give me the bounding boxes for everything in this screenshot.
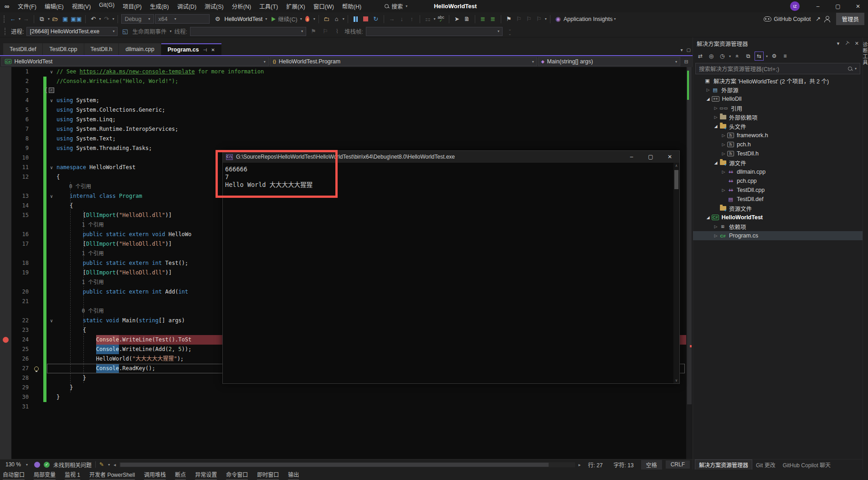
console-minimize-button[interactable]: – — [622, 151, 641, 163]
breakpoint-gutter[interactable] — [0, 124, 11, 134]
find-in-files-icon[interactable]: 🗀 — [322, 14, 331, 24]
suspend-icon[interactable]: ⌇ — [333, 26, 342, 36]
continue-button[interactable]: 继续(C) ▾ — [272, 15, 302, 23]
navigate-forward-icon[interactable]: → — [21, 14, 31, 24]
breakpoint-gutter[interactable] — [0, 67, 11, 77]
properties-wrench-icon[interactable]: ⚙ — [770, 52, 779, 61]
menu-item[interactable]: 分析(N) — [228, 2, 255, 10]
scroll-down-icon[interactable]: ∨ — [673, 378, 679, 382]
breakpoint-gutter[interactable] — [0, 134, 11, 144]
spell-check-icon[interactable]: abc✓ — [437, 14, 446, 24]
scroll-right-icon[interactable]: ▸ — [579, 462, 581, 467]
console-title-bar[interactable]: C:\ G:\SourceRepos\HelloWorldTest\HelloW… — [223, 151, 679, 163]
toolbar-grip[interactable] — [5, 28, 6, 35]
save-all-icon[interactable]: ▣▣ — [71, 14, 82, 24]
breakpoint-gutter[interactable] — [0, 172, 11, 182]
panel-tab-自动窗口[interactable]: 自动窗口 — [3, 470, 25, 480]
switch-views-icon[interactable]: ⇄ — [696, 52, 705, 61]
tree-item[interactable]: ▤TestDll.def — [693, 195, 863, 204]
horizontal-scrollbar[interactable] — [119, 462, 575, 467]
indent-decrease-icon[interactable]: ≣ — [478, 14, 488, 24]
minimize-button[interactable]: – — [808, 0, 828, 12]
breakpoint-gutter[interactable] — [0, 392, 11, 402]
window-menu-icon[interactable]: ▾ — [837, 41, 840, 46]
breakpoint-gutter[interactable] — [0, 325, 11, 335]
breakpoint-gutter[interactable] — [0, 163, 11, 172]
flag-icon[interactable]: ⚑ — [309, 26, 318, 36]
tab-dllmain.cpp[interactable]: dllmain.cpp — [119, 43, 160, 55]
type-dropdown[interactable]: {} HelloWorldTest.Program ▾ — [270, 57, 537, 66]
expander-icon[interactable]: ▷ — [720, 133, 727, 138]
console-maximize-button[interactable]: ▢ — [641, 151, 660, 163]
zoom-dropdown[interactable]: 130 %▾ — [3, 461, 31, 468]
tree-item[interactable]: ▷▭▭引用 — [693, 103, 863, 113]
float-window-icon[interactable]: ▢ — [687, 47, 691, 52]
panel-tab-命令窗口[interactable]: 命令窗口 — [226, 470, 248, 480]
search-control[interactable]: 搜索 ▾ — [385, 2, 407, 10]
fold-arrow-icon[interactable]: ∨ — [46, 316, 56, 325]
menu-item[interactable]: 测试(S) — [200, 2, 228, 10]
breakpoint-gutter[interactable] — [0, 230, 11, 239]
application-insights-label[interactable]: Application Insights — [564, 16, 613, 22]
collapse-all-icon[interactable]: « — [733, 52, 742, 61]
tree-item[interactable]: ++pch.cpp — [693, 176, 863, 186]
expander-icon[interactable]: ▷ — [712, 224, 719, 229]
expander-icon[interactable]: ▷ — [712, 106, 719, 110]
expander-icon[interactable]: ▷ — [720, 188, 727, 192]
breakpoint-gutter[interactable] — [0, 191, 11, 201]
panel-tab-即时窗口[interactable]: 即时窗口 — [257, 470, 279, 480]
menu-item[interactable]: 文件(F) — [14, 2, 41, 10]
tab-TestDll.cpp[interactable]: TestDll.cpp — [43, 43, 83, 55]
expander-icon[interactable]: ◢ — [704, 215, 712, 220]
panel-tab-局部变量[interactable]: 局部变量 — [34, 470, 56, 480]
menu-item[interactable]: 编辑(E) — [41, 2, 68, 10]
sync-with-active-document-icon[interactable]: ⇆ — [755, 52, 764, 61]
fold-arrow-icon[interactable]: ∨ — [46, 96, 56, 105]
share-icon[interactable]: ↗ — [813, 14, 822, 24]
split-window-icon[interactable]: ⊟ — [681, 59, 691, 65]
tree-item[interactable]: ▷⊞依赖项 — [693, 222, 863, 231]
tab-TestDll.h[interactable]: TestDll.h — [84, 43, 119, 55]
pin-icon[interactable]: ⊣ — [203, 47, 207, 52]
toggle-bookmark-icon[interactable]: ⚑ — [504, 14, 514, 24]
menu-item[interactable]: 视图(V) — [68, 2, 95, 10]
panel-tab-监视 1[interactable]: 监视 1 — [65, 470, 80, 480]
codelens-references[interactable]: 1 个引用 — [56, 249, 104, 258]
breakpoint-icon[interactable] — [3, 337, 9, 343]
breakpoint-gutter[interactable] — [0, 287, 11, 297]
breakpoint-gutter[interactable] — [0, 335, 11, 345]
breakpoint-gutter[interactable] — [0, 153, 11, 163]
redo-icon[interactable]: ↷ — [102, 14, 111, 24]
close-button[interactable]: ✕ — [848, 0, 868, 12]
next-bookmark-icon[interactable]: ⚐ — [524, 14, 534, 24]
solution-configurations-dropdown[interactable]: Debug▾ — [121, 14, 154, 24]
breakpoint-gutter[interactable] — [0, 364, 11, 373]
pin-icon[interactable]: ⊤ — [843, 40, 851, 47]
editor-scrollbar[interactable] — [686, 67, 693, 459]
expander-icon[interactable]: ▷ — [720, 170, 727, 174]
breakpoint-gutter[interactable] — [0, 115, 11, 124]
breakpoint-gutter[interactable] — [0, 220, 11, 230]
code-cleanup-icon[interactable]: ✎ — [99, 461, 104, 468]
breakpoint-gutter[interactable] — [0, 258, 11, 268]
fold-arrow-icon[interactable]: ∨ — [46, 163, 56, 172]
menu-item[interactable]: 生成(B) — [146, 2, 173, 10]
feedback-person-icon[interactable] — [822, 14, 832, 24]
lifecycle-events-label[interactable]: 生命周期事件 — [132, 27, 166, 36]
sidebar-tab-Git 更改[interactable]: Git 更改 — [752, 460, 779, 470]
tab-Program.cs[interactable]: Program.cs⊣✕ — [161, 43, 221, 55]
undo-icon[interactable]: ↶ — [89, 14, 98, 24]
expander-icon[interactable]: ▷ — [712, 233, 719, 238]
expander-icon[interactable]: ▷ — [720, 142, 727, 147]
breakpoint-gutter[interactable] — [0, 182, 11, 191]
tree-item[interactable]: ◢头文件 — [693, 122, 863, 131]
codelens-references[interactable]: 1 个引用 — [56, 220, 104, 230]
console-scrollbar[interactable]: ∧ ∨ — [673, 163, 679, 383]
tree-item[interactable]: ▷++dllmain.cpp — [693, 167, 863, 176]
diagnostic-tools-vertical-tab[interactable]: 诊断工具 — [863, 42, 868, 66]
expander-icon[interactable]: ▷ — [704, 88, 712, 92]
menu-item[interactable]: 帮助(H) — [338, 2, 365, 10]
stack-frame-dropdown[interactable]: ▾ — [366, 27, 503, 36]
solution-platforms-dropdown[interactable]: x64▾ — [155, 14, 210, 24]
tree-item[interactable]: ▷hpch.h — [693, 140, 863, 149]
